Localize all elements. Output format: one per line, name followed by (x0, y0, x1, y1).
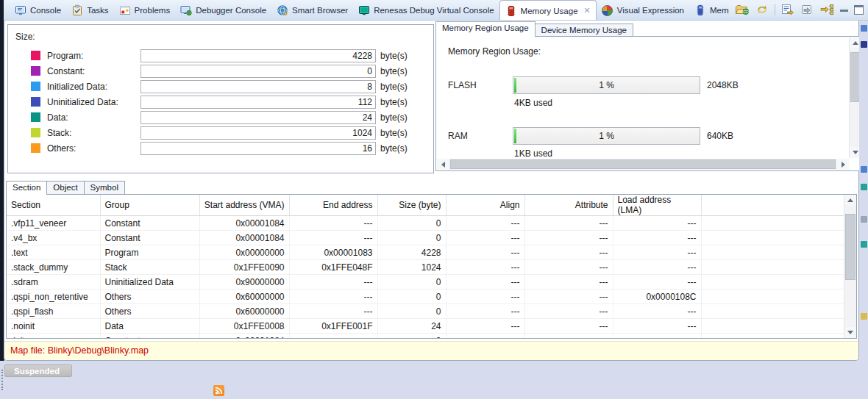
table-cell: 24 (377, 319, 446, 334)
column-header-filler (701, 195, 844, 216)
minimized-view-icon[interactable] (861, 25, 867, 32)
tab-device-memory-usage[interactable]: Device Memory Usage (535, 24, 633, 37)
table-row[interactable]: .text Program 0x00000000 0x00001083 4228… (7, 245, 844, 260)
tab-console[interactable]: Console (10, 1, 66, 20)
color-swatch (31, 51, 40, 60)
scrollbar-thumb[interactable] (450, 159, 836, 169)
column-header-load-address[interactable]: Load address (LMA) (613, 195, 701, 216)
size-value-field[interactable]: 8 (140, 80, 376, 93)
table-cell: .v4_bx (7, 231, 100, 245)
table-cell: --- (613, 216, 701, 231)
table-cell: --- (524, 290, 613, 304)
size-category-label: Uninitialized Data: (47, 97, 140, 107)
size-value-field[interactable]: 112 (140, 96, 376, 109)
scroll-up-button[interactable] (844, 195, 856, 206)
tab-symbol[interactable]: Symbol (84, 181, 125, 194)
table-row[interactable]: .v4_bx Constant 0x00001084 --- 0 --- ---… (7, 231, 844, 245)
tab-memory-usage[interactable]: Memory Usage (499, 0, 597, 21)
column-header-start-address[interactable]: Start address (VMA) (199, 195, 289, 216)
vertical-scrollbar[interactable] (844, 195, 856, 338)
tab-debugger-console[interactable]: Debugger Console (175, 1, 271, 20)
table-row[interactable]: .noinit Data 0x1FFE0008 0x1FFE001F 24 --… (7, 319, 844, 334)
usage-progress-bar: 1 % (513, 76, 700, 94)
pin-view-icon[interactable] (800, 4, 814, 15)
link-with-editor-icon[interactable] (819, 4, 834, 15)
table-cell: --- (289, 231, 377, 245)
size-legend: Program: 4228 byte(s) Constant: 0 byte(s… (8, 48, 433, 156)
suspended-button[interactable]: Suspended (4, 364, 72, 377)
table-cell: --- (446, 290, 524, 304)
tab-problems[interactable]: Problems (114, 1, 176, 20)
table-cell: --- (446, 245, 524, 260)
table-cell: .vfp11_veneer (7, 216, 100, 231)
drag-handle[interactable] (1, 370, 3, 390)
tab-visual-expression[interactable]: Visual Expression (597, 1, 689, 20)
size-value-field[interactable]: 4228 (140, 49, 376, 62)
open-console-icon[interactable] (735, 4, 750, 15)
region-total-label: 2048KB (707, 80, 739, 90)
column-header-end-address[interactable]: End address (289, 195, 377, 216)
byte-unit-label: byte(s) (380, 51, 408, 61)
scroll-left-button[interactable] (437, 159, 449, 170)
minimize-view-icon[interactable] (840, 8, 848, 12)
table-cell: --- (289, 304, 377, 319)
tab-memory-region-usage[interactable]: Memory Region Usage (435, 21, 536, 37)
table-cell-filler (701, 290, 844, 304)
table-cell: --- (289, 290, 377, 304)
table-row[interactable]: .qspi_flash Others 0x60000000 --- 0 --- … (7, 304, 844, 319)
column-header-align[interactable]: Align (446, 195, 524, 216)
tab-label: Tasks (87, 6, 108, 15)
byte-unit-label: byte(s) (380, 66, 408, 76)
column-header-size[interactable]: Size (byte) (377, 195, 446, 216)
size-legend-row: Others: 16 byte(s) (8, 140, 433, 156)
column-header-group[interactable]: Group (100, 195, 199, 216)
refresh-icon[interactable] (755, 4, 769, 15)
color-swatch (31, 143, 40, 153)
status-footer: Suspended (0, 361, 868, 399)
tab-label: Debugger Console (196, 6, 266, 15)
table-cell: Others (100, 304, 199, 319)
table-cell: Uninitialized Data (100, 275, 199, 290)
scrollbar-thumb[interactable] (845, 214, 855, 280)
export-list-icon[interactable] (781, 4, 794, 15)
table-cell: .qspi_flash (7, 304, 100, 319)
size-value-field[interactable]: 0 (140, 65, 376, 78)
table-row[interactable]: .stack_dummy Stack 0x1FFE0090 0x1FFE048F… (7, 260, 844, 275)
region-name: RAM (448, 131, 507, 141)
table-cell: 0x00001084 (199, 334, 289, 339)
minimized-view-icon[interactable] (861, 184, 867, 190)
size-value-field[interactable]: 24 (140, 111, 376, 124)
tab-section[interactable]: Section (6, 181, 47, 195)
table-cell: 0x60000000 (199, 290, 289, 304)
column-header-attribute[interactable]: Attribute (524, 195, 613, 216)
table-cell: 0x60000000 (199, 304, 289, 319)
scroll-down-button[interactable] (844, 327, 856, 338)
rss-feed-icon[interactable] (213, 385, 224, 396)
scroll-right-button[interactable] (837, 159, 849, 170)
minimized-view-icon[interactable] (861, 166, 867, 173)
table-row[interactable]: .sdram Uninitialized Data 0x90000000 ---… (7, 275, 844, 290)
tab-label: Console (30, 6, 61, 15)
horizontal-scrollbar[interactable] (437, 159, 849, 170)
minimized-view-icon[interactable] (861, 313, 867, 320)
size-value-field[interactable]: 16 (140, 142, 376, 155)
table-cell: 0x1FFE001F (289, 319, 377, 334)
table-row[interactable]: .vfp11_veneer Constant 0x00001084 --- 0 … (7, 216, 844, 231)
table-cell: --- (446, 275, 524, 290)
table-row[interactable]: .iplt Constant 0x00001084 --- 0 --- --- … (7, 334, 844, 339)
tab-renesas-debug-virtual-console[interactable]: Renesas Debug Virtual Console (353, 1, 499, 20)
tab-tasks[interactable]: Tasks (66, 1, 113, 20)
table-row[interactable]: .qspi_non_retentive Others 0x60000000 --… (7, 290, 844, 304)
minimized-view-icon[interactable] (861, 241, 867, 248)
minimized-view-icon[interactable] (861, 41, 867, 48)
table-cell: Stack (100, 260, 199, 275)
tab-object[interactable]: Object (46, 181, 84, 194)
close-icon[interactable] (584, 6, 591, 15)
table-cell: 0 (377, 334, 446, 339)
size-value-field[interactable]: 1024 (140, 126, 376, 140)
size-panel: Size: Program: 4228 byte(s) Constant: 0 … (7, 24, 434, 173)
column-header-section[interactable]: Section (7, 195, 100, 216)
minimized-view-icon[interactable] (861, 216, 867, 223)
tab-smart-browser[interactable]: Smart Browser (271, 1, 353, 20)
maximize-view-icon[interactable] (854, 5, 864, 15)
